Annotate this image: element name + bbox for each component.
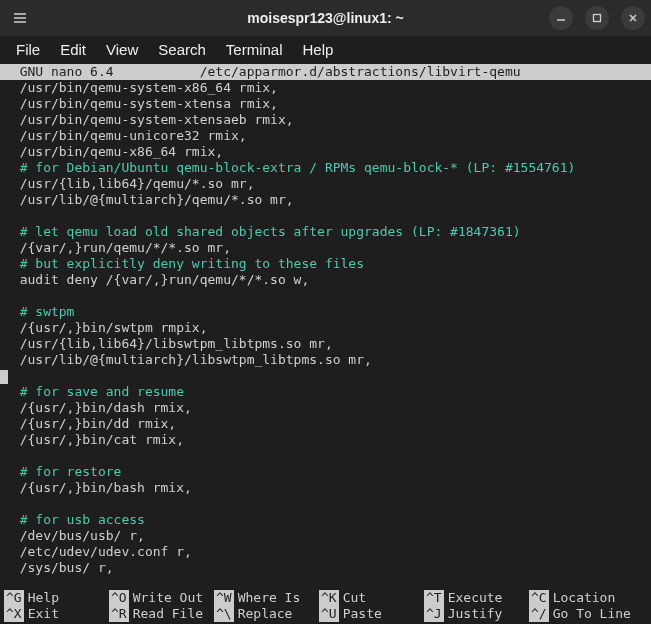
shortcut: ^TExecute	[424, 590, 529, 606]
shortcut-row: ^XExit^RRead File^\Replace^UPaste^JJusti…	[4, 606, 647, 622]
nano-header: GNU nano 6.4 /etc/apparmor.d/abstraction…	[0, 64, 651, 80]
editor-line: /usr/bin/qemu-system-xtensa rmix,	[4, 96, 647, 112]
shortcut: ^OWrite Out	[109, 590, 214, 606]
nano-shortcuts: ^GHelp^OWrite Out^WWhere Is^KCut^TExecut…	[0, 590, 651, 624]
editor-line: /{var/,}run/qemu/*/*.so mr,	[4, 240, 647, 256]
shortcut-key: ^W	[214, 590, 234, 606]
editor-line: /etc/udev/udev.conf r,	[4, 544, 647, 560]
shortcut-label: Exit	[24, 606, 59, 622]
shortcut-key: ^J	[424, 606, 444, 622]
maximize-button[interactable]	[585, 6, 609, 30]
shortcut-key: ^/	[529, 606, 549, 622]
editor-area[interactable]: /usr/bin/qemu-system-x86_64 rmix, /usr/b…	[0, 80, 651, 576]
shortcut-key: ^R	[109, 606, 129, 622]
menu-file[interactable]: File	[6, 38, 50, 61]
shortcut-label: Replace	[234, 606, 293, 622]
minimize-button[interactable]	[549, 6, 573, 30]
shortcut: ^UPaste	[319, 606, 424, 622]
editor-line: /usr/bin/qemu-system-xtensaeb rmix,	[4, 112, 647, 128]
shortcut-key: ^G	[4, 590, 24, 606]
shortcut-label: Go To Line	[549, 606, 631, 622]
menu-terminal[interactable]: Terminal	[216, 38, 293, 61]
editor-line: # but explicitly deny writing to these f…	[4, 256, 647, 272]
shortcut: ^GHelp	[4, 590, 109, 606]
shortcut-key: ^C	[529, 590, 549, 606]
shortcut: ^RRead File	[109, 606, 214, 622]
editor-line: /{usr/,}bin/bash rmix,	[4, 480, 647, 496]
editor-line: # for Debian/Ubuntu qemu-block-extra / R…	[4, 160, 647, 176]
shortcut: ^/Go To Line	[529, 606, 634, 622]
editor-line: # swtpm	[4, 304, 647, 320]
titlebar: moisespr123@linux1: ~	[0, 0, 651, 36]
menu-help[interactable]: Help	[293, 38, 344, 61]
editor-line: /{usr/,}bin/swtpm rmpix,	[4, 320, 647, 336]
menu-edit[interactable]: Edit	[50, 38, 96, 61]
editor-line: audit deny /{var/,}run/qemu/*/*.so w,	[4, 272, 647, 288]
editor-line: /usr/{lib,lib64}/qemu/*.so mr,	[4, 176, 647, 192]
editor-line	[4, 368, 647, 384]
shortcut: ^\Replace	[214, 606, 319, 622]
editor-line: /usr/{lib,lib64}/libswtpm_libtpms.so mr,	[4, 336, 647, 352]
shortcut: ^WWhere Is	[214, 590, 319, 606]
shortcut: ^CLocation	[529, 590, 634, 606]
shortcut: ^JJustify	[424, 606, 529, 622]
editor-line: /dev/bus/usb/ r,	[4, 528, 647, 544]
shortcut-key: ^K	[319, 590, 339, 606]
window-controls	[549, 6, 645, 30]
shortcut-row: ^GHelp^OWrite Out^WWhere Is^KCut^TExecut…	[4, 590, 647, 606]
editor-line: # for usb access	[4, 512, 647, 528]
shortcut-key: ^O	[109, 590, 129, 606]
shortcut-label: Location	[549, 590, 616, 606]
editor-line: # for save and resume	[4, 384, 647, 400]
editor-line: /{usr/,}bin/dd rmix,	[4, 416, 647, 432]
close-button[interactable]	[621, 6, 645, 30]
text-cursor	[0, 370, 8, 384]
maximize-icon	[592, 13, 602, 23]
shortcut-key: ^X	[4, 606, 24, 622]
editor-line: # let qemu load old shared objects after…	[4, 224, 647, 240]
shortcut-key: ^U	[319, 606, 339, 622]
editor-line: /usr/lib/@{multiarch}/libswtpm_libtpms.s…	[4, 352, 647, 368]
editor-line	[4, 208, 647, 224]
editor-line: /usr/bin/qemu-x86_64 rmix,	[4, 144, 647, 160]
shortcut-label: Cut	[339, 590, 366, 606]
editor-line: /sys/bus/ r,	[4, 560, 647, 576]
shortcut-label: Paste	[339, 606, 382, 622]
shortcut-key: ^T	[424, 590, 444, 606]
shortcut-label: Execute	[444, 590, 503, 606]
editor-line: /{usr/,}bin/dash rmix,	[4, 400, 647, 416]
editor-line	[4, 496, 647, 512]
editor-line: /usr/bin/qemu-unicore32 rmix,	[4, 128, 647, 144]
shortcut-label: Help	[24, 590, 59, 606]
shortcut-label: Write Out	[129, 590, 203, 606]
editor-line: /{usr/,}bin/cat rmix,	[4, 432, 647, 448]
shortcut-label: Read File	[129, 606, 203, 622]
editor-line: # for restore	[4, 464, 647, 480]
shortcut: ^XExit	[4, 606, 109, 622]
shortcut-label: Justify	[444, 606, 503, 622]
shortcut: ^KCut	[319, 590, 424, 606]
editor-line	[4, 448, 647, 464]
menu-view[interactable]: View	[96, 38, 148, 61]
menubar: File Edit View Search Terminal Help	[0, 36, 651, 64]
editor-line	[4, 288, 647, 304]
hamburger-menu-button[interactable]	[6, 4, 34, 32]
close-icon	[628, 13, 638, 23]
editor-line: /usr/lib/@{multiarch}/qemu/*.so mr,	[4, 192, 647, 208]
shortcut-key: ^\	[214, 606, 234, 622]
hamburger-icon	[12, 10, 28, 26]
menu-search[interactable]: Search	[148, 38, 216, 61]
svg-rect-0	[594, 15, 601, 22]
editor-line: /usr/bin/qemu-system-x86_64 rmix,	[4, 80, 647, 96]
shortcut-label: Where Is	[234, 590, 301, 606]
minimize-icon	[556, 13, 566, 23]
